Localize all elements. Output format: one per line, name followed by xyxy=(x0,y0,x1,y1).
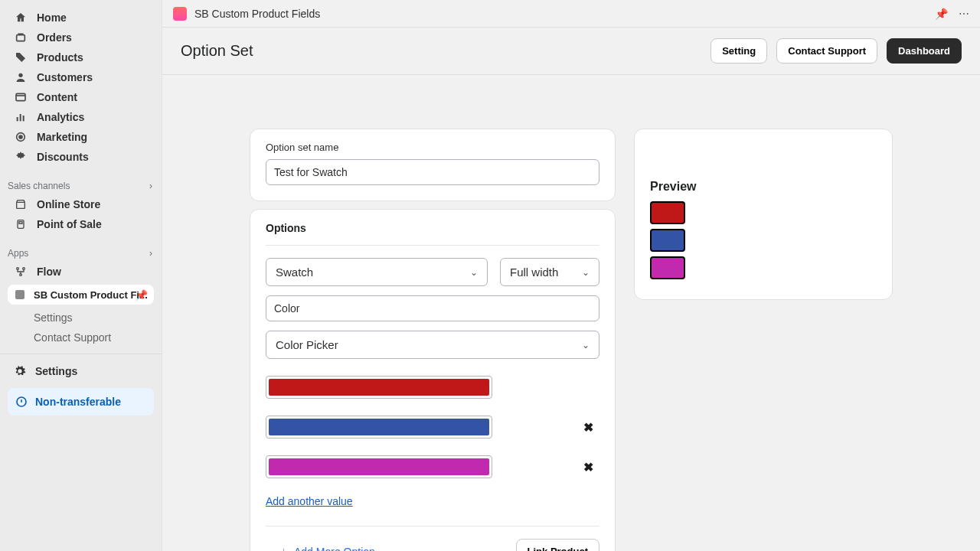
non-transferable-badge[interactable]: Non-transferable xyxy=(8,388,154,416)
select-value: Full width xyxy=(510,266,558,279)
flow-icon xyxy=(14,266,28,278)
preview-card: Preview xyxy=(634,129,893,300)
preview-swatch[interactable] xyxy=(650,256,685,279)
nav-label: Orders xyxy=(37,31,72,44)
section-label: Apps xyxy=(8,248,28,259)
nav-analytics[interactable]: Analytics xyxy=(0,107,162,127)
nav-content[interactable]: Content xyxy=(0,87,162,107)
svg-rect-5 xyxy=(23,116,24,121)
app-name: SB Custom Product Fields xyxy=(194,8,320,20)
contact-support-button[interactable]: Contact Support xyxy=(776,38,877,64)
svg-point-13 xyxy=(20,274,22,276)
store-icon xyxy=(14,198,28,210)
remove-value-icon[interactable]: ✖ xyxy=(583,460,593,474)
home-icon xyxy=(14,11,28,24)
svg-rect-4 xyxy=(20,114,21,121)
options-label: Options xyxy=(266,222,599,234)
svg-point-1 xyxy=(18,73,22,77)
info-icon xyxy=(15,396,28,408)
svg-point-11 xyxy=(17,268,19,270)
pin-icon[interactable]: 📌 xyxy=(935,8,948,20)
link-product-button[interactable]: Link Product xyxy=(516,539,599,551)
option-type-select[interactable]: Swatch ⌄ xyxy=(266,258,488,286)
nav-pos[interactable]: Point of Sale xyxy=(0,214,162,234)
nav-label: Content xyxy=(37,91,77,103)
marketing-icon xyxy=(14,131,28,143)
sidebar-active-app[interactable]: SB Custom Product Fi... 📌 xyxy=(8,285,154,305)
nav-label: Flow xyxy=(37,266,61,278)
main: SB Custom Product Fields 📌 ⋯ Option Set … xyxy=(162,0,980,551)
color-input[interactable] xyxy=(266,416,492,439)
nav-marketing[interactable]: Marketing xyxy=(0,127,162,147)
setting-button[interactable]: Setting xyxy=(710,38,767,64)
app-sub-contact[interactable]: Contact Support xyxy=(0,328,162,347)
color-input[interactable] xyxy=(266,376,492,399)
preview-swatch[interactable] xyxy=(650,229,685,252)
select-value: Swatch xyxy=(276,266,313,279)
select-value: Color Picker xyxy=(276,338,338,351)
nav-label: Products xyxy=(37,51,83,64)
nav-home[interactable]: Home xyxy=(0,8,162,28)
app-logo xyxy=(173,7,187,21)
nav-orders[interactable]: Orders xyxy=(0,28,162,47)
plus-icon: ＋ xyxy=(278,544,289,551)
options-card: Options Swatch ⌄ Full width ⌄ Color Pick… xyxy=(250,209,616,551)
pin-icon[interactable]: 📌 xyxy=(136,289,148,301)
name-label: Option set name xyxy=(266,142,599,153)
gear-icon xyxy=(14,365,26,377)
nav-label: Home xyxy=(37,11,67,24)
badge-label: Non-transferable xyxy=(35,396,121,408)
option-set-name-card: Option set name xyxy=(250,129,616,201)
nav-products[interactable]: Products xyxy=(0,47,162,67)
nav-label: Online Store xyxy=(37,198,100,210)
customers-icon xyxy=(14,71,28,83)
add-more-label: Add More Option xyxy=(294,546,375,552)
add-more-option-link[interactable]: ＋ Add More Option xyxy=(266,544,375,551)
sales-channels-header[interactable]: Sales channels › xyxy=(0,174,162,194)
color-value-row: ✖ xyxy=(266,416,599,439)
option-width-select[interactable]: Full width ⌄ xyxy=(500,258,599,286)
app-icon xyxy=(14,289,26,301)
content: Option set name Options Swatch ⌄ Full wi… xyxy=(162,75,980,551)
chevron-right-icon: › xyxy=(149,248,152,259)
remove-value-icon[interactable]: ✖ xyxy=(583,420,593,435)
option-label-input[interactable] xyxy=(266,295,599,321)
divider xyxy=(266,245,599,246)
chevron-down-icon: ⌄ xyxy=(582,340,590,350)
content-icon xyxy=(14,91,28,103)
chevron-right-icon: › xyxy=(149,181,152,191)
svg-rect-0 xyxy=(17,35,25,41)
preview-swatch[interactable] xyxy=(650,201,685,224)
nav-online-store[interactable]: Online Store xyxy=(0,194,162,214)
swatch-mode-select[interactable]: Color Picker ⌄ xyxy=(266,331,599,359)
divider xyxy=(266,526,599,527)
svg-rect-14 xyxy=(15,290,24,299)
nav-settings[interactable]: Settings xyxy=(0,360,162,382)
color-input[interactable] xyxy=(266,455,492,478)
svg-point-12 xyxy=(23,268,25,270)
color-value-row: ✖ xyxy=(266,455,599,478)
app-sub-settings[interactable]: Settings xyxy=(0,308,162,328)
nav-discounts[interactable]: Discounts xyxy=(0,147,162,167)
sidebar: Home Orders Products Customers Content A… xyxy=(0,0,162,551)
orders-icon xyxy=(14,31,28,44)
dashboard-button[interactable]: Dashboard xyxy=(887,38,962,64)
apps-header[interactable]: Apps › xyxy=(0,242,162,262)
page-title: Option Set xyxy=(181,42,253,60)
more-icon[interactable]: ⋯ xyxy=(959,8,969,20)
active-app-label: SB Custom Product Fi... xyxy=(34,289,148,301)
add-another-value-link[interactable]: Add another value xyxy=(266,495,353,507)
nav-flow[interactable]: Flow xyxy=(0,262,162,282)
nav-label: Discounts xyxy=(37,151,89,163)
chevron-down-icon: ⌄ xyxy=(582,267,590,278)
divider xyxy=(0,354,162,354)
pos-icon xyxy=(14,218,28,230)
nav-customers[interactable]: Customers xyxy=(0,67,162,87)
nav-label: Marketing xyxy=(37,131,87,143)
topbar: SB Custom Product Fields 📌 ⋯ xyxy=(162,0,980,28)
option-set-name-input[interactable] xyxy=(266,159,599,185)
svg-rect-10 xyxy=(19,222,22,224)
discounts-icon xyxy=(14,151,28,163)
nav-label: Point of Sale xyxy=(37,218,102,230)
chevron-down-icon: ⌄ xyxy=(470,267,478,278)
